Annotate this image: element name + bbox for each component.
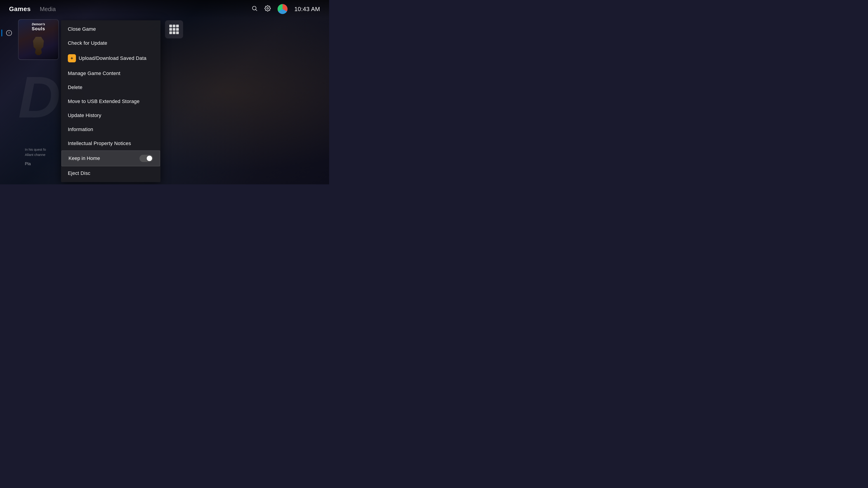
avatar-image bbox=[278, 4, 287, 14]
svg-line-1 bbox=[256, 9, 257, 11]
grid-cell-4 bbox=[169, 28, 172, 31]
svg-point-0 bbox=[252, 6, 256, 10]
menu-item-information-label: Information bbox=[68, 127, 93, 132]
menu-item-eject-disc[interactable]: Eject Disc bbox=[61, 166, 160, 180]
sidebar-item-home[interactable] bbox=[3, 27, 15, 39]
menu-item-delete[interactable]: Delete bbox=[61, 80, 160, 94]
game-description: In his quest fo Allant channe bbox=[25, 147, 46, 157]
grid-cell-6 bbox=[176, 28, 179, 31]
play-area: Pla bbox=[25, 162, 31, 166]
game-library-button[interactable] bbox=[165, 20, 183, 38]
game-character-figure bbox=[32, 37, 45, 57]
nav-left: Games Media bbox=[9, 5, 56, 13]
top-nav: Games Media 10:43 AM bbox=[0, 0, 329, 18]
menu-item-move-usb[interactable]: Move to USB Extended Storage bbox=[61, 94, 160, 108]
search-icon[interactable] bbox=[251, 5, 258, 13]
grid-cell-5 bbox=[173, 28, 176, 31]
menu-item-upload-download-label: Upload/Download Saved Data bbox=[79, 55, 147, 61]
settings-icon[interactable] bbox=[265, 5, 271, 13]
nav-right: 10:43 AM bbox=[251, 4, 320, 14]
menu-item-manage-content-label: Manage Game Content bbox=[68, 70, 121, 76]
game-name-part1: Demon's bbox=[21, 22, 56, 26]
menu-item-eject-disc-label: Eject Disc bbox=[68, 170, 90, 176]
grid-cell-8 bbox=[173, 31, 176, 34]
game-thumbnail[interactable]: Demon's Souls bbox=[18, 19, 59, 60]
menu-item-check-update-label: Check for Update bbox=[68, 40, 107, 46]
menu-item-update-history-label: Update History bbox=[68, 112, 101, 119]
menu-item-keep-in-home[interactable]: Keep in Home bbox=[61, 151, 160, 166]
grid-cell-3 bbox=[176, 25, 179, 27]
menu-item-close-game-label: Close Game bbox=[68, 26, 96, 32]
game-thumb-title: Demon's Souls bbox=[21, 22, 56, 31]
menu-item-keep-in-home-label: Keep in Home bbox=[68, 156, 100, 161]
toggle-knob bbox=[147, 156, 152, 161]
menu-item-information[interactable]: Information bbox=[61, 123, 160, 136]
nav-media-tab[interactable]: Media bbox=[40, 6, 56, 13]
left-sidebar bbox=[0, 18, 18, 184]
ps-plus-icon: + bbox=[68, 54, 76, 62]
game-info: In his quest fo Allant channe bbox=[25, 145, 46, 157]
menu-item-check-update[interactable]: Check for Update bbox=[61, 36, 160, 50]
menu-item-upload-download[interactable]: + Upload/Download Saved Data bbox=[61, 50, 160, 66]
context-menu: Close Game Check for Update + Upload/Dow… bbox=[61, 20, 160, 182]
menu-item-close-game[interactable]: Close Game bbox=[61, 22, 160, 36]
menu-item-delete-label: Delete bbox=[68, 85, 83, 90]
menu-item-update-history[interactable]: Update History bbox=[61, 108, 160, 123]
menu-item-manage-content[interactable]: Manage Game Content bbox=[61, 66, 160, 80]
grid-cell-2 bbox=[173, 25, 176, 27]
menu-item-ip-notices[interactable]: Intellectual Property Notices bbox=[61, 136, 160, 151]
grid-cell-7 bbox=[169, 31, 172, 34]
avatar[interactable] bbox=[278, 4, 287, 14]
svg-point-2 bbox=[267, 7, 269, 9]
game-description-line1: In his quest fo bbox=[25, 148, 46, 151]
menu-item-ip-notices-label: Intellectual Property Notices bbox=[68, 140, 131, 147]
game-thumb-inner: Demon's Souls bbox=[19, 20, 58, 59]
menu-item-move-usb-label: Move to USB Extended Storage bbox=[68, 98, 140, 104]
game-name-part2: Souls bbox=[21, 26, 56, 31]
keep-in-home-toggle[interactable] bbox=[140, 155, 153, 162]
time-display: 10:43 AM bbox=[294, 6, 320, 13]
game-description-line2: Allant channe bbox=[25, 153, 45, 157]
game-area: Demon's Souls bbox=[18, 19, 59, 60]
grid-cell-9 bbox=[176, 31, 179, 34]
play-label: Pla bbox=[25, 162, 31, 166]
game-library-icon bbox=[169, 25, 179, 34]
grid-cell-1 bbox=[169, 25, 172, 27]
nav-games-tab[interactable]: Games bbox=[9, 5, 31, 13]
